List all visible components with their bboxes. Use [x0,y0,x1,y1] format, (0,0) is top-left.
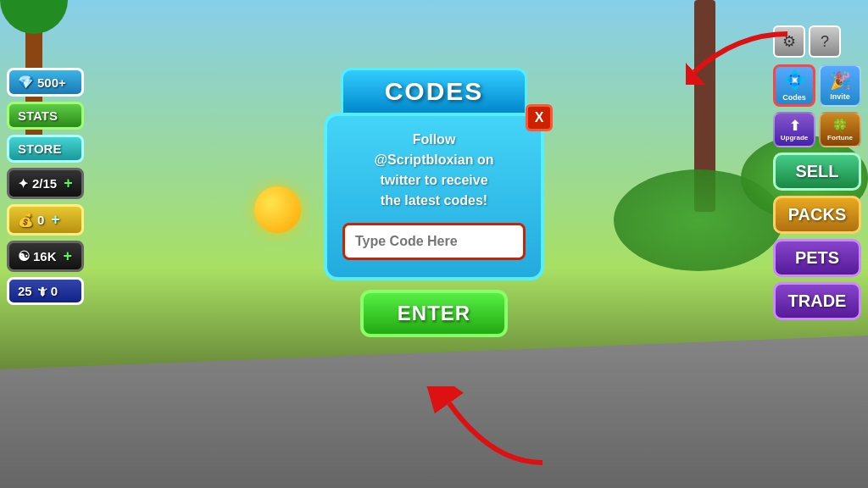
fortune-btn[interactable]: 🍀 Fortune [819,112,861,147]
coins-btn[interactable]: 💰 0 + [7,204,84,236]
star-icon: ✦ [18,176,29,191]
invite-icon: 🎉 [830,70,851,91]
upgrade-btn[interactable]: ⬆ Upgrade [773,112,815,147]
modal-title: CODES [385,77,484,105]
fortune-icon: 🍀 [832,118,849,134]
left-panel: 💎 500+ STATS STORE ✦ 2/15 + 💰 0 + ☯ 16K … [7,68,84,305]
packs-btn[interactable]: PACKS [773,196,861,234]
desc-line3: twitter to receive [380,173,487,187]
coins-plus: + [51,211,60,229]
stars-btn[interactable]: ✦ 2/15 + [7,168,84,199]
sword-btn[interactable]: 25 🗡 0 [7,277,84,305]
stars-plus: + [64,175,73,192]
fortune-label: Fortune [827,134,853,141]
codes-icon-label: Codes [782,93,806,102]
trade-label: TRADE [788,291,847,310]
upgrade-fortune-row: ⬆ Upgrade 🍀 Fortune [773,112,861,147]
modal-body: X Follow @Scriptbloxian on twitter to re… [324,113,544,280]
store-label: STORE [18,141,61,156]
codes-icon-btn[interactable]: 💠 Codes [773,64,815,107]
stats-btn[interactable]: STATS [7,102,84,130]
code-input[interactable] [342,223,526,260]
codes-diamond-icon: 💠 [783,69,806,92]
stats-label: STATS [18,108,58,123]
sell-btn[interactable]: SELL [773,152,861,191]
modal-title-bar: CODES [341,68,527,113]
desc-line2: @Scriptbloxian on [375,152,494,167]
desc-line1: Follow [413,132,456,147]
coin-icon: 💰 [18,213,34,228]
trade-btn[interactable]: TRADE [773,282,861,320]
top-icon-row: ⚙ ? [773,25,861,58]
yin-plus: + [64,247,73,265]
pets-btn[interactable]: PETS [773,239,861,277]
invite-icon-label: Invite [830,92,850,101]
gear-btn[interactable]: ⚙ [773,25,805,58]
upgrade-icon: ⬆ [789,118,800,134]
yellow-coin-orb [254,186,301,233]
yin-icon: ☯ [18,248,30,264]
coins-value: 0 [37,213,44,227]
pets-label: PETS [795,248,839,267]
sword-count-value: 25 [18,284,32,298]
codes-invite-row: 💠 Codes 🎉 Invite [773,64,861,107]
store-btn[interactable]: STORE [7,135,84,163]
packs-label: PACKS [788,205,847,224]
invite-icon-btn[interactable]: 🎉 Invite [819,64,861,107]
gem-count-value: 500+ [37,75,66,90]
gem-icon: 💎 [18,75,34,90]
sword-val: 0 [51,284,58,298]
question-btn[interactable]: ? [809,25,841,58]
upgrade-label: Upgrade [781,134,808,141]
desc-line4: the latest codes! [381,193,487,208]
gear-icon: ⚙ [782,32,796,51]
gem-count-btn[interactable]: 💎 500+ [7,68,84,97]
question-icon: ? [821,33,829,51]
close-btn[interactable]: X [526,104,553,131]
enter-label: ENTER [398,302,470,324]
modal-description: Follow @Scriptbloxian on twitter to rece… [342,130,526,211]
sell-label: SELL [795,162,838,180]
sword-icon: 🗡 [36,285,47,298]
close-icon: X [535,110,544,125]
stars-value: 2/15 [32,176,57,191]
yin-count-value: 16K [33,249,57,263]
right-panel: ⚙ ? 💠 Codes 🎉 Invite ⬆ Upgrade 🍀 Fortune… [773,25,861,320]
codes-modal: CODES X Follow @Scriptbloxian on twitter… [324,68,544,327]
enter-btn[interactable]: ENTER [360,290,508,337]
yin-btn[interactable]: ☯ 16K + [7,241,84,272]
